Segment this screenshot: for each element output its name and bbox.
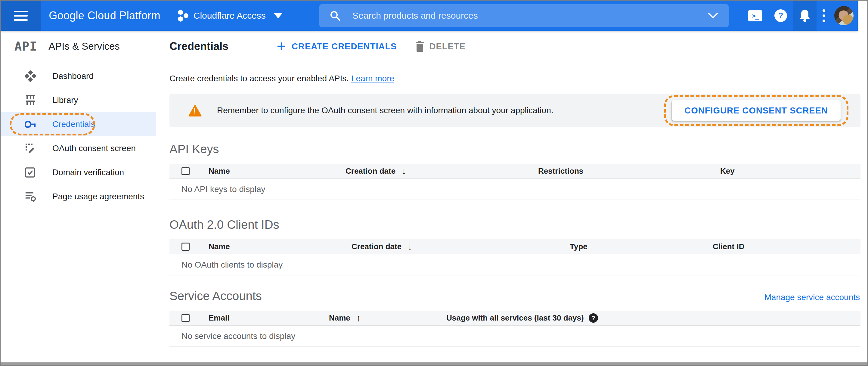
project-icon (178, 9, 189, 22)
column-header-creation-date[interactable]: Creation date ↓ (345, 165, 538, 177)
project-name: Cloudflare Access (193, 10, 266, 21)
learn-more-link[interactable]: Learn more (351, 74, 394, 83)
dashboard-icon (25, 70, 36, 82)
sidebar-item-domain-verification[interactable]: Domain verification (1, 160, 156, 184)
sidebar-item-label: OAuth consent screen (52, 144, 136, 153)
sidebar-item-library[interactable]: Library (1, 88, 156, 112)
column-header-client-id: Client ID (713, 242, 861, 251)
page-description: Create credentials to access your enable… (169, 74, 861, 83)
page-toolbar: Credentials CREATE CREDENTIALS DELETE (156, 31, 867, 62)
column-header-key: Key (720, 166, 861, 176)
create-credentials-button[interactable]: CREATE CREDENTIALS (277, 41, 397, 52)
page-content: Create credentials to access your enable… (156, 62, 867, 362)
sidebar-title: APIs & Services (49, 41, 120, 52)
page-title: Credentials (169, 40, 228, 53)
column-header-name[interactable]: Name ↑ (329, 312, 446, 324)
sidebar-item-label: Page usage agreements (52, 192, 144, 201)
api-product-glyph: API (14, 39, 37, 53)
cloud-shell-button[interactable] (742, 1, 768, 31)
sidebar-header: API APIs & Services (1, 31, 156, 62)
configure-consent-screen-button[interactable]: CONFIGURE CONSENT SCREEN (672, 100, 841, 121)
sort-desc-icon: ↓ (402, 165, 406, 177)
usage-help-icon[interactable] (589, 313, 598, 323)
vertical-dots-icon (823, 9, 825, 22)
top-navigation-bar: Google Cloud Platform Cloudflare Access … (1, 1, 858, 31)
help-icon (774, 9, 787, 22)
sidebar-item-label: Dashboard (52, 71, 94, 81)
delete-label: DELETE (429, 41, 465, 52)
search-icon (330, 10, 340, 21)
column-header-creation-date[interactable]: Creation date ↓ (351, 241, 570, 252)
project-caret-icon (274, 13, 283, 18)
column-header-name: Name (209, 166, 345, 176)
column-header-usage: Usage with all services (last 30 days) (446, 313, 861, 323)
consent-warning-banner: Remember to configure the OAuth consent … (169, 94, 861, 127)
product-logo[interactable]: Google Cloud Platform (49, 9, 160, 22)
console-body: API APIs & Services Dashboard (1, 31, 867, 362)
topbar-actions (742, 1, 858, 31)
sidebar-item-label: Domain verification (52, 167, 124, 177)
sidebar-item-credentials[interactable]: Credentials (1, 112, 156, 136)
sort-asc-icon: ↑ (356, 312, 361, 324)
section-title: Service Accounts (169, 289, 262, 303)
column-header-type: Type (570, 242, 713, 251)
more-options-button[interactable] (816, 1, 831, 31)
banner-message: Remember to configure the OAuth consent … (217, 105, 554, 115)
service-accounts-table-header: Email Name ↑ Usage with all services (la… (169, 311, 861, 326)
credentials-page: Credentials CREATE CREDENTIALS DELETE (156, 31, 867, 362)
bell-icon (799, 9, 810, 22)
sidebar-item-oauth-consent-screen[interactable]: OAuth consent screen (1, 136, 156, 160)
notifications-button[interactable] (793, 1, 816, 31)
sort-desc-icon: ↓ (407, 241, 412, 252)
delete-button[interactable]: DELETE (415, 41, 465, 52)
oauth-clients-section-header: OAuth 2.0 Client IDs (169, 218, 861, 232)
warning-icon (188, 104, 202, 117)
search-bar[interactable]: Search products and resources (319, 4, 728, 27)
sidebar-item-label: Library (52, 95, 78, 105)
service-accounts-section-header: Service Accounts Manage service accounts (169, 289, 861, 303)
api-keys-table-header: Name Creation date ↓ Restrictions Key (169, 164, 861, 179)
banner-action-area: CONFIGURE CONSENT SCREEN (672, 100, 841, 121)
help-button[interactable] (768, 1, 793, 31)
hamburger-icon (14, 11, 28, 21)
sidebar-nav: Dashboard Library (1, 62, 156, 209)
section-title: OAuth 2.0 Client IDs (169, 218, 279, 232)
description-text: Create credentials to access your enable… (169, 74, 349, 83)
select-all-checkbox[interactable] (182, 314, 190, 322)
user-avatar[interactable] (834, 6, 854, 25)
library-icon (25, 94, 36, 106)
search-placeholder: Search products and resources (352, 10, 478, 21)
consent-screen-icon (25, 143, 36, 154)
project-selector[interactable]: Cloudflare Access (178, 9, 283, 22)
sidebar-item-label: Credentials (52, 120, 95, 129)
manage-service-accounts-link[interactable]: Manage service accounts (764, 293, 860, 302)
trash-icon (415, 41, 424, 52)
gcp-console-window: Google Cloud Platform Cloudflare Access … (0, 0, 868, 366)
column-header-restrictions: Restrictions (538, 166, 720, 176)
window-bottom-edge (1, 362, 867, 365)
search-expand-chevron-icon[interactable] (708, 12, 718, 19)
list-gear-icon (25, 191, 36, 202)
api-keys-section-header: API Keys (169, 142, 861, 156)
select-all-checkbox[interactable] (182, 243, 190, 251)
oauth-clients-table-header: Name Creation date ↓ Type Client ID (169, 239, 861, 254)
sidebar-item-dashboard[interactable]: Dashboard (1, 64, 156, 88)
column-header-name: Name (209, 242, 351, 251)
main-menu-button[interactable] (1, 1, 41, 31)
api-keys-empty-state: No API keys to display (169, 179, 861, 200)
section-title: API Keys (169, 142, 219, 156)
apis-services-sidebar: API APIs & Services Dashboard (1, 31, 156, 362)
service-accounts-empty-state: No service accounts to display (169, 326, 861, 347)
sidebar-item-page-usage-agreements[interactable]: Page usage agreements (1, 184, 156, 209)
oauth-clients-empty-state: No OAuth clients to display (169, 254, 861, 275)
select-all-checkbox[interactable] (182, 167, 190, 175)
checkbox-check-icon (25, 167, 36, 178)
create-credentials-label: CREATE CREDENTIALS (292, 41, 397, 52)
cloud-shell-icon (748, 10, 762, 21)
column-header-email: Email (209, 313, 329, 323)
plus-icon (277, 41, 286, 51)
key-icon (25, 119, 36, 130)
